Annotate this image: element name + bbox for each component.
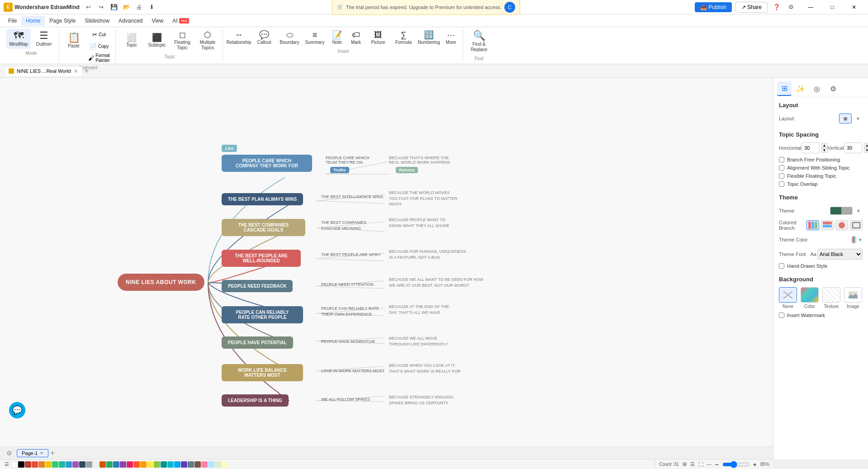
raisons-tag[interactable]: Raisons [396,167,418,173]
multiple-topics-button[interactable]: ⬡ MultipleTopics [195,29,220,52]
branch-free-checkbox[interactable] [779,157,784,162]
menu-page-style[interactable]: Page Style [45,16,80,26]
swatch-light-blue[interactable] [174,461,180,468]
panel-tab-layout[interactable]: ⊞ [777,81,792,96]
save-button[interactable]: 💾 [109,2,119,13]
swatch-light-gray[interactable] [93,461,99,468]
menu-file[interactable]: File [4,16,21,26]
menu-view[interactable]: View [147,16,168,26]
swatch-teal[interactable] [59,461,65,468]
topic-overlap-checkbox[interactable] [779,181,784,187]
swatch-pale-blue[interactable] [208,461,214,468]
print-button[interactable]: 🖨 [134,2,145,13]
branch-people-care[interactable]: PEOPLE CARE WHICHCOMPANY THEY WORK FOR [222,155,312,172]
swatch-red-dark[interactable] [25,461,31,468]
note-button[interactable]: 📝 Note [328,29,346,47]
canvas[interactable]: NINE LIES ABOUT WORK Lies PEOPLE CARE WH… [0,78,773,459]
maximize-button[interactable]: □ [822,0,843,14]
layout-mindmap-btn[interactable]: ⊞ [839,114,852,123]
more-button[interactable]: ⋯ More [442,29,460,47]
boundary-button[interactable]: ⬭ Boundary [277,29,302,47]
hand-drawn-checkbox[interactable] [779,263,784,269]
swatch-dark-orange[interactable] [100,461,106,468]
swatch-amber[interactable] [140,461,147,468]
branch-work-life[interactable]: WORK-LIFE BALANCEMATTERS MOST [222,364,303,381]
swatch-dark-purple[interactable] [120,461,126,468]
cb-opt-2[interactable] [821,220,834,230]
add-page-button[interactable]: + [50,449,54,457]
swatch-pink[interactable] [127,461,133,468]
swatch-blue-gray[interactable] [188,461,194,468]
horizontal-up[interactable]: ▲ [821,143,828,148]
find-replace-button[interactable]: 🔍 Find &Replace [467,29,491,54]
alignment-sibling-checkbox[interactable] [779,165,784,171]
swatch-black[interactable] [18,461,24,468]
menu-advanced[interactable]: Advanced [114,16,147,26]
outliner-button[interactable]: ☰ Outliner [32,29,56,49]
mindmap-button[interactable]: 🗺 MindMap [6,29,31,49]
current-tab[interactable]: NINE LIES ...Real World ✕ [4,66,83,76]
swatch-pale-green[interactable] [215,461,221,468]
swatch-pale-yellow[interactable] [222,461,228,468]
panel-tab-location[interactable]: ◎ [810,81,824,96]
lies-tag[interactable]: Lies [222,145,237,152]
branch-leadership[interactable]: LEADERSHIP IS A THING [222,394,289,407]
flexible-floating-checkbox[interactable] [779,173,784,179]
publish-button[interactable]: 📤 Publish [695,2,732,12]
formula-button[interactable]: ∑ Formula [391,29,416,47]
swatch-brown[interactable] [194,461,201,468]
theme-preview[interactable] [830,207,853,215]
floating-topic-button[interactable]: ◻ FloatingTopic [170,29,194,52]
swatch-light-green[interactable] [154,461,160,468]
zoom-slider[interactable] [722,461,749,468]
menu-slideshow[interactable]: Slideshow [80,16,114,26]
settings-button[interactable]: ⚙ [786,2,797,13]
horizontal-down[interactable]: ▼ [821,148,828,153]
bg-none-option[interactable]: None [779,287,797,309]
menu-ai[interactable]: AI Hot [168,16,193,26]
page-settings-button[interactable]: ⚙ [4,449,15,458]
branch-best-people[interactable]: THE BEST PEOPLE AREWELL-ROUNDED [222,250,301,267]
callout-button[interactable]: 💬 Callout [252,29,276,47]
vertical-down[interactable]: ▼ [864,148,868,153]
swatch-deep-purple[interactable] [181,461,187,468]
redo-button[interactable]: ↪ [96,2,107,13]
add-tab-button[interactable]: + [85,67,89,75]
swatch-yellow[interactable] [45,461,52,468]
central-node[interactable]: NINE LIES ABOUT WORK [118,274,204,291]
zoom-in-button[interactable]: + [753,461,757,468]
swatch-teal2[interactable] [161,461,167,468]
horizontal-input[interactable] [802,142,820,153]
subtopic-button[interactable]: ⬛ Subtopic [145,29,169,52]
menu-home[interactable]: Home [21,16,45,26]
panel-tab-settings[interactable]: ⚙ [826,81,840,96]
swatch-dark-gray[interactable] [79,461,85,468]
swatch-red[interactable] [32,461,38,468]
share-button[interactable]: ↗ Share [735,2,768,13]
trial-banner[interactable]: 🛒 The trial period has expired. Upgrade … [332,0,520,15]
branch-reliably-rate[interactable]: PEOPLE CAN RELIABLYRATE OTHER PEOPLE [222,306,303,323]
topic-button[interactable]: ⬜ Topic [119,29,144,52]
undo-button[interactable]: ↩ [83,2,94,13]
vertical-up[interactable]: ▲ [864,143,868,148]
cb-opt-1[interactable] [806,220,819,230]
vertical-input[interactable] [844,142,862,153]
swatch-dark-blue[interactable] [113,461,119,468]
minimize-button[interactable]: — [800,0,821,14]
branch-best-plan[interactable]: THE BEST PLAN ALWAYS WINS [222,193,303,205]
help-button[interactable]: ❓ [771,2,782,13]
open-button[interactable]: 📂 [121,2,132,13]
branch-feedback[interactable]: PEOPLE NEED FEEDBACK [222,280,293,292]
truths-tag[interactable]: Truths [330,167,349,173]
swatch-white[interactable] [11,461,18,468]
theme-color-bar[interactable] [852,236,856,243]
theme-dropdown[interactable]: ▼ [854,205,863,216]
swatch-gray[interactable] [86,461,92,468]
cut-button[interactable]: ✂ Cut [85,29,113,40]
layout-dropdown[interactable]: ▼ [854,113,863,124]
page-tab-1[interactable]: Page-1 ▼ [17,449,48,457]
chat-bubble[interactable]: 💬 [9,402,25,418]
fullscreen-button[interactable]: ⛶ [698,462,703,467]
mark-button[interactable]: 🏷 Mark [347,29,365,47]
branch-best-companies[interactable]: THE BEST COMPANIESCASCADE GOALS [222,219,305,236]
